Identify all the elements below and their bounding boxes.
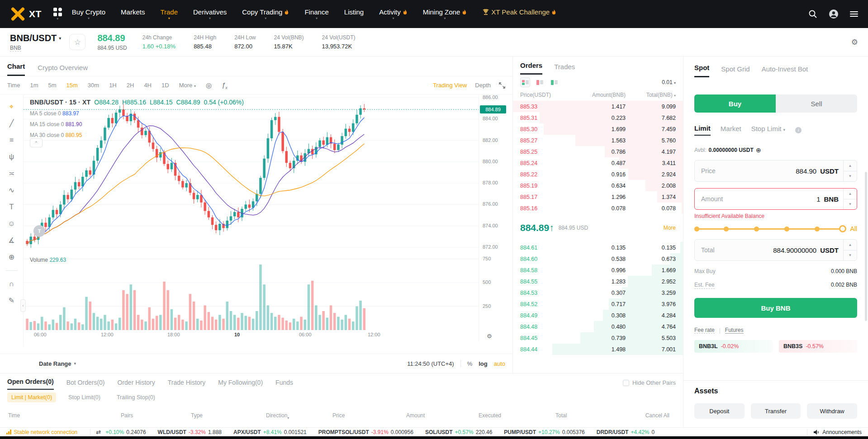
mini-ticker-unnamed[interactable]: +0.10%0.24076 <box>105 429 146 435</box>
bid-row[interactable]: 884.580.9961.669 <box>513 264 683 276</box>
amount-field[interactable]: Amount 1BNB ▲▼ <box>694 188 857 210</box>
pitchfork-icon[interactable]: ψ <box>9 153 14 160</box>
hamburger-menu-icon[interactable] <box>850 10 858 18</box>
xt-logo[interactable]: XT <box>10 6 42 22</box>
amount-slider[interactable] <box>694 225 845 233</box>
timeframe-4h[interactable]: 4H <box>144 82 152 89</box>
order-type-market[interactable]: Market <box>721 125 741 135</box>
candle-style-icon[interactable]: ◎ <box>206 81 212 90</box>
price-axis[interactable]: 886.00884.00882.00880.00878.00876.00874.… <box>479 95 512 341</box>
expand-icon[interactable] <box>499 82 505 89</box>
ask-row[interactable]: 885.240.4873.411 <box>513 157 683 169</box>
transfer-button[interactable]: Transfer <box>751 403 801 419</box>
products-grid-icon[interactable]: ▾ <box>53 8 62 20</box>
timeframe-more[interactable]: More ▾ <box>179 82 196 89</box>
ask-row[interactable]: 885.160.0780.078 <box>513 203 683 214</box>
auto-scale-button[interactable]: auto <box>494 360 505 367</box>
tab-spot[interactable]: Spot <box>694 64 709 77</box>
ask-row[interactable]: 885.220.9162.924 <box>513 169 683 180</box>
orders-col-direction[interactable]: Direction ▾ <box>266 412 287 419</box>
view-asks-icon[interactable] <box>535 77 545 87</box>
hide-other-pairs-checkbox[interactable]: Hide Other Pairs <box>623 379 676 390</box>
gear-icon[interactable]: ⚙ <box>851 38 858 47</box>
price-step-down[interactable]: ▼ <box>844 171 857 182</box>
tab-chart[interactable]: Chart <box>7 62 25 76</box>
magnet-icon[interactable]: ∩ <box>9 280 14 288</box>
deposit-plus-icon[interactable]: ⊕ <box>756 146 761 154</box>
tab-trades[interactable]: Trades <box>554 63 575 75</box>
date-range-dropdown[interactable]: Date Range▾ <box>39 360 76 367</box>
timeframe-time[interactable]: Time <box>7 82 20 89</box>
price-input[interactable]: 884.90 <box>796 167 816 175</box>
orders-subtab-limit-market-0-[interactable]: Limit | Market(0) <box>7 392 56 402</box>
bid-row[interactable]: 884.520.7173.976 <box>513 298 683 310</box>
nav-item-buy-crypto[interactable]: Buy Crypto▾ <box>72 8 105 20</box>
info-icon[interactable]: i <box>795 127 802 133</box>
favorite-star-icon[interactable]: ☆ <box>69 34 85 50</box>
total-stepper[interactable]: ▲▼ <box>843 240 857 260</box>
order-type-stop-limit[interactable]: Stop Limit ▾ <box>751 125 785 135</box>
depth-link[interactable]: Depth <box>475 82 491 89</box>
orders-tab-bot-orders-0-[interactable]: Bot Orders(0) <box>66 379 105 390</box>
timeframe-30m[interactable]: 30m <box>88 82 99 89</box>
nav-item-listing[interactable]: Listing <box>344 8 364 20</box>
tab-crypto-overview[interactable]: Crypto Overview <box>38 64 88 76</box>
amount-step-down[interactable]: ▼ <box>844 199 857 210</box>
network-status[interactable]: Stable network connection <box>6 429 77 435</box>
ask-row[interactable]: 885.310.2237.682 <box>513 112 683 123</box>
timeframe-1m[interactable]: 1m <box>30 82 38 89</box>
buy-bnb-button[interactable]: Buy BNB <box>694 298 857 318</box>
draw-lock-icon[interactable]: ✎ <box>9 297 14 304</box>
zoom-in-icon[interactable]: ⊕ <box>9 254 14 261</box>
panel-collapse-handle[interactable]: ‹ <box>20 299 26 312</box>
checkbox-icon[interactable] <box>623 380 629 386</box>
est-fee-link[interactable]: Est. Fee <box>694 282 715 289</box>
tab-auto-invest-bot[interactable]: Auto-Invest Bot <box>762 65 808 77</box>
orders-tab-my-following-0-[interactable]: My Following(0) <box>218 379 263 390</box>
timeframe-5m[interactable]: 5m <box>48 82 56 89</box>
nav-item-derivatives[interactable]: Derivatives▾ <box>193 8 227 20</box>
view-bids-icon[interactable] <box>549 77 559 87</box>
mini-ticker-drdr-usdt[interactable]: DRDR/USDT+4.42%0 <box>597 429 655 435</box>
swap-arrows-icon[interactable]: ⇄ <box>96 429 101 435</box>
patterns-icon[interactable]: ≍ <box>9 170 14 177</box>
bid-row[interactable]: 884.530.3073.259 <box>513 287 683 298</box>
orders-tab-order-history[interactable]: Order History <box>118 379 155 390</box>
sell-toggle[interactable]: Sell <box>776 94 857 113</box>
tab-orders[interactable]: Orders <box>520 61 542 75</box>
withdraw-button[interactable]: Withdraw <box>807 403 857 419</box>
ask-row[interactable]: 885.301.6997.459 <box>513 123 683 135</box>
ask-row[interactable]: 885.331.4179.099 <box>513 101 683 112</box>
nav-item-mining-zone[interactable]: Mining Zone▾ <box>423 8 467 20</box>
fib-lines-icon[interactable]: ≡ <box>9 137 14 144</box>
base-asset-link[interactable]: BNB <box>10 45 21 52</box>
slider-knob[interactable] <box>839 225 846 232</box>
view-both-icon[interactable] <box>520 77 530 87</box>
fee-rate-link[interactable]: Fee rate <box>694 327 715 334</box>
mini-ticker-wld-usdt[interactable]: WLD/USDT-3.32%1.888 <box>158 429 222 435</box>
total-step-up[interactable]: ▲ <box>844 240 857 250</box>
ask-row[interactable]: 885.171.2961.374 <box>513 191 683 203</box>
emoji-tool-icon[interactable]: ☺ <box>8 220 15 227</box>
pair-selector[interactable]: BNB/USDT▾ BNB <box>10 33 61 52</box>
orders-subtab-stop-limit-0-[interactable]: Stop Limit(0) <box>64 392 104 402</box>
tradingview-link[interactable]: Trading View <box>433 82 467 89</box>
orders-tab-trade-history[interactable]: Trade History <box>168 379 206 390</box>
amount-stepper[interactable]: ▲▼ <box>843 189 857 209</box>
deposit-button[interactable]: Deposit <box>694 403 745 419</box>
nav-item-activity[interactable]: Activity▾ <box>379 8 408 20</box>
bid-row[interactable]: 884.490.3084.284 <box>513 310 683 321</box>
percent-scale-button[interactable]: % <box>467 360 473 367</box>
timeframe-2h[interactable]: 2H <box>127 82 134 89</box>
ask-row[interactable]: 885.250.7864.197 <box>513 146 683 157</box>
price-step-up[interactable]: ▲ <box>844 160 857 171</box>
total-input[interactable]: 884.90000000 <box>773 246 816 254</box>
total-field[interactable]: Total 884.90000000USDT ▲▼ <box>694 239 857 261</box>
amount-input[interactable]: 1 <box>816 195 820 203</box>
orders-subtab-trailing-stop-0-[interactable]: Trailing Stop(0) <box>113 392 159 402</box>
ask-row[interactable]: 885.271.5635.760 <box>513 135 683 146</box>
price-field[interactable]: Price 884.90USDT ▲▼ <box>694 160 857 182</box>
more-link[interactable]: More <box>664 225 676 231</box>
mini-ticker-sol-usdt[interactable]: SOL/USDT+0.57%220.46 <box>425 429 492 435</box>
bnb3l-chip[interactable]: BNB3L-0.02% <box>694 340 773 353</box>
